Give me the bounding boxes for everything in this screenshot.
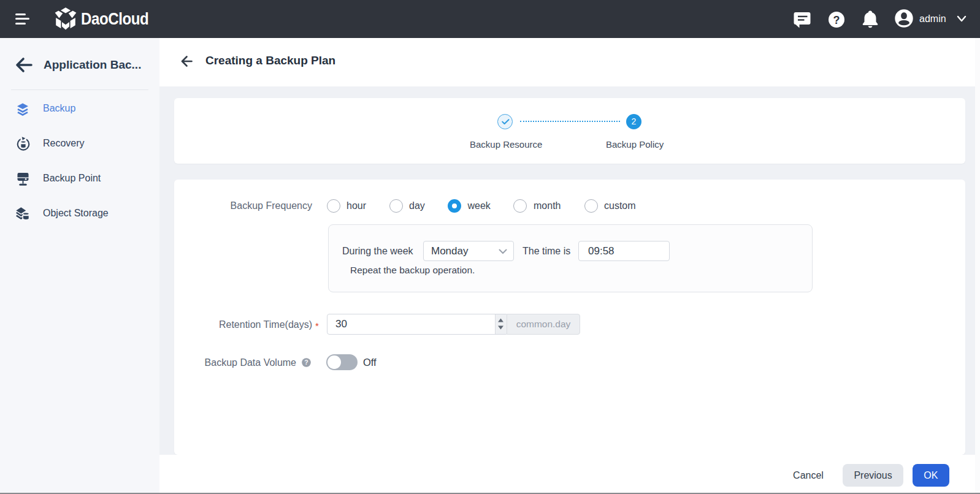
svg-text:?: ?: [833, 14, 840, 26]
svg-text:?: ?: [304, 359, 308, 366]
